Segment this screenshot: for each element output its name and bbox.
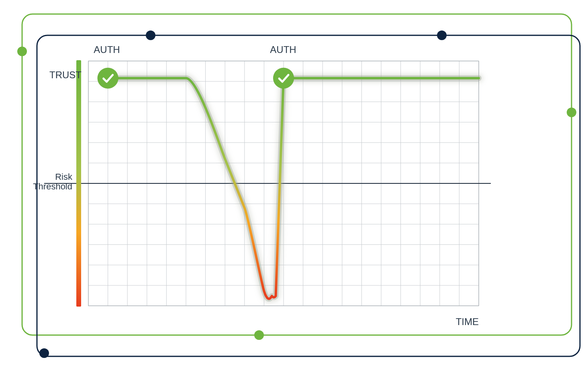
- y-axis-gradient-bar: [76, 60, 81, 307]
- y-axis-label-risk2: Threshold: [33, 181, 72, 191]
- auth-label-2: AUTH: [270, 44, 296, 55]
- frame-dot-navy-bottom: [39, 348, 49, 358]
- frame-dot-navy-top-right: [437, 30, 447, 40]
- y-axis-label-risk1: Risk: [55, 172, 73, 182]
- frame-dot-green-bottom: [254, 330, 264, 340]
- auth-check-icon: [98, 68, 118, 89]
- frame-dot-navy-top-left: [146, 30, 155, 40]
- trust-chart: TRUST Risk Threshold TIME AUTH AUTH: [0, 0, 588, 370]
- svg-point-0: [98, 68, 118, 89]
- svg-point-1: [273, 68, 294, 89]
- auth-label-1: AUTH: [94, 44, 120, 55]
- plot-area: [44, 60, 491, 307]
- x-axis-label-time: TIME: [456, 316, 479, 327]
- y-axis-label-trust: TRUST: [49, 69, 82, 80]
- frame-dot-green-left: [17, 47, 27, 56]
- frame-dot-green-right: [567, 108, 576, 117]
- auth-check-icon: [273, 68, 294, 89]
